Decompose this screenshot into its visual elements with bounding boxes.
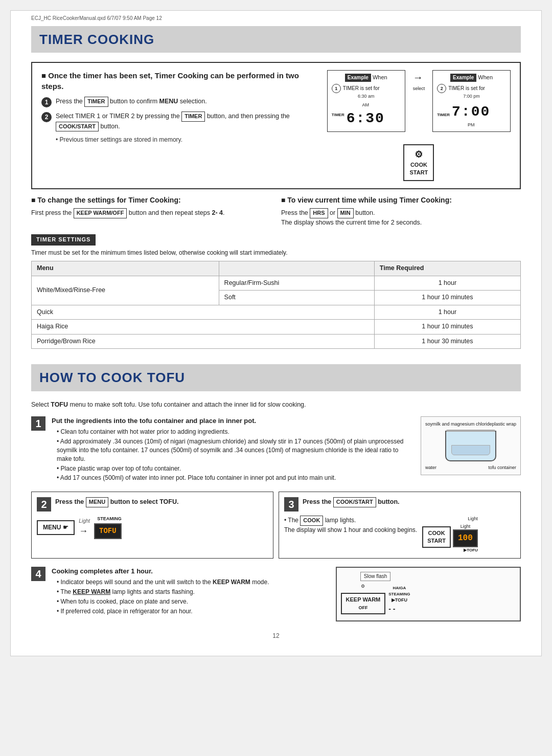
timer-row-1: 1 TIMER is set for — [332, 84, 401, 93]
tofu-bullet-1b: • Add approximately .34 ounces (10ml) of… — [57, 437, 415, 463]
settings-note: Timer must be set for the minimum times … — [31, 249, 521, 257]
timer-cooking-title: TIMER COOKING — [31, 26, 521, 53]
table-cell-sub-1: Regular/Firm-Sushi — [219, 276, 374, 291]
step-1: 1 Press the TIMER button to confirm MENU… — [41, 97, 317, 107]
example-2-label: Example — [450, 74, 476, 82]
example-1-time-text: 6:30 am — [332, 93, 401, 100]
menu-btn[interactable]: MENU — [86, 497, 108, 507]
timer-set-text-1: TIMER is set for — [343, 85, 380, 92]
timer-btn-1[interactable]: TIMER — [84, 97, 108, 106]
display-time-2: 7:00 — [452, 102, 490, 122]
change-text: First press the KEEP WARM/OFF button and… — [31, 208, 271, 218]
menu-button[interactable]: MENU ☛ — [37, 520, 75, 535]
arrow-select: → select — [410, 70, 428, 92]
keep-warm-panel: Slow flash ⚙ KEEP WARM OFF — [336, 567, 521, 621]
timer-settings: TIMER SETTINGS Timer must be set for the… — [31, 234, 521, 349]
example-row: Example When 1 TIMER is set for 6:30 am … — [327, 70, 511, 131]
two-col: ■ To change the settings for Timer Cooki… — [31, 195, 521, 227]
tofu-step-3: 3 Press the COOK/START button. • The COO… — [279, 492, 521, 559]
table-cell-time-5: 1 hour 30 minutes — [374, 334, 520, 349]
intro-right: Example When 1 TIMER is set for 6:30 am … — [327, 70, 511, 181]
dashes-display: - - — [388, 604, 410, 614]
tofu-step-4-row: 4 Cooking completes after 1 hour. • Indi… — [31, 567, 521, 621]
tofu-intro: Select TOFU menu to make soft tofu. Use … — [31, 401, 521, 410]
example-2: Example When 2 TIMER is set for 7:00 pm … — [432, 70, 511, 131]
menu-btn-label: MENU — [43, 523, 61, 532]
table-row: Quick 1 hour — [32, 305, 521, 320]
keep-warm-off-btn[interactable]: KEEP WARM OFF — [341, 593, 386, 615]
table-cell-time-4: 1 hour 10 minutes — [374, 320, 520, 335]
timer-btn-2[interactable]: TIMER — [181, 112, 205, 121]
timer-set-text-2: TIMER is set for — [448, 85, 485, 92]
table-cell-menu-5: Porridge/Brown Rice — [32, 334, 375, 349]
step-row-2-3: 2 Press the MENU button to select TOFU. … — [31, 492, 521, 559]
tofu-section: HOW TO COOK TOFU Select TOFU menu to mak… — [31, 364, 521, 621]
timer-section: TIMER COOKING ■ Once the timer has been … — [31, 26, 521, 349]
timer-row-2: 2 TIMER is set for — [437, 84, 506, 93]
step-1-text: Press the TIMER button to confirm MENU s… — [56, 97, 207, 106]
example-1: Example When 1 TIMER is set for 6:30 am … — [327, 70, 405, 131]
cook-start-btn-3[interactable]: COOK/START — [333, 497, 376, 507]
light-label-3b: Light — [453, 523, 478, 530]
tofu-step-2-title: Press the MENU button to select TOFU. — [55, 497, 178, 507]
change-title: ■ To change the settings for Timer Cooki… — [31, 195, 271, 206]
tofu-bullet-1a: • Clean tofu container with hot water pr… — [57, 428, 415, 436]
step-2-num: 2 — [41, 112, 52, 122]
menu-hand-icon: ☛ — [63, 523, 68, 532]
tofu-arrow-label: ▶TOFU — [388, 597, 410, 604]
table-cell-sub-2: Soft — [219, 291, 374, 305]
page: ECJ_HC RiceCookerManual.qxd 6/7/07 9:50 … — [10, 10, 542, 656]
timer-table: Menu Time Required White/Mixed/Rinse-Fre… — [31, 261, 521, 349]
tofu-bullet-4b: • The KEEP WARM lamp lights and starts f… — [57, 588, 330, 596]
tofu-step-1-title: Put the ingredients into the tofu contai… — [52, 416, 415, 426]
table-row: White/Mixed/Rinse-Free Regular/Firm-Sush… — [32, 276, 521, 291]
example-1-when: When — [373, 74, 387, 80]
table-row: Porridge/Brown Rice 1 hour 30 minutes — [32, 334, 521, 349]
steaming-label-4: STEAMING — [388, 591, 410, 597]
view-text: Press the HRS or MIN button. The display… — [281, 208, 521, 227]
tofu-bullet-1c: • Place plastic wrap over top of tofu co… — [57, 464, 415, 473]
table-cell-time-1: 1 hour — [374, 276, 520, 291]
cook-start-diagram: ⚙ COOKSTART — [327, 140, 511, 181]
tofu-step-2: 2 Press the MENU button to select TOFU. … — [31, 492, 273, 559]
display-panel-2: TOFU — [94, 523, 122, 540]
keep-warm-label: KEEP WARM — [346, 596, 381, 603]
off-label: OFF — [358, 605, 367, 610]
light-label-3: Light — [422, 516, 478, 522]
intro-left: ■ Once the timer has been set, Timer Coo… — [41, 70, 317, 181]
table-cell-menu-3: Quick — [32, 305, 375, 320]
light-label-2: Light — [79, 518, 90, 525]
table-col1-sub-header — [219, 261, 374, 276]
cook-start-btn-inline[interactable]: COOK/START — [56, 122, 99, 131]
tofu-step-1-num: 1 — [31, 416, 45, 431]
tofu-bullet-1d: • Add 17 ounces (500ml) of water into in… — [57, 474, 415, 482]
step-3-text: • The COOK lamp lights. The display will… — [284, 516, 417, 534]
slow-flash-label: Slow flash — [360, 572, 391, 581]
tofu-step-1-diagram: soymilk and magnesium chloride plastic w… — [421, 416, 521, 475]
menu-display: MENU ☛ Light → STEAMING TOFU — [37, 516, 268, 539]
table-col2-header: Time Required — [374, 261, 520, 276]
diagram-label-water: water — [425, 464, 436, 471]
tofu-step-4-num: 4 — [31, 567, 45, 581]
example-2-when: When — [478, 74, 493, 80]
tofu-step-4-diagram: Slow flash ⚙ KEEP WARM OFF — [336, 567, 521, 621]
example-2-time-text: 7:00 pm — [437, 93, 506, 100]
table-col1-header: Menu — [32, 261, 219, 276]
table-row: Haiga Rice 1 hour 10 minutes — [32, 320, 521, 335]
timer-circle-2: 2 — [437, 84, 446, 93]
hrs-btn-inline[interactable]: HRS — [310, 208, 328, 218]
display-time-1: 6:30 — [347, 108, 385, 128]
example-1-label: Example — [345, 74, 371, 82]
diagram-label-wrap: plastic wrap — [492, 421, 516, 428]
haiga-label: HAIGA — [388, 585, 410, 591]
tofu-step-1-content: Put the ingredients into the tofu contai… — [52, 416, 415, 483]
keep-warm-btn-inline[interactable]: KEEP WARM/OFF — [74, 208, 127, 218]
table-cell-time-3: 1 hour — [374, 305, 520, 320]
min-btn-inline[interactable]: MIN — [337, 208, 354, 218]
cook-start-display: COOKSTART — [422, 526, 451, 548]
select-label: select — [413, 85, 425, 92]
bullet-memory: • Previous timer settings are stored in … — [56, 136, 317, 144]
tofu-step-4-content: Cooking completes after 1 hour. • Indica… — [52, 567, 330, 621]
file-header: ECJ_HC RiceCookerManual.qxd 6/7/07 9:50 … — [31, 15, 162, 22]
diagram-label-container: tofu container — [488, 464, 516, 471]
